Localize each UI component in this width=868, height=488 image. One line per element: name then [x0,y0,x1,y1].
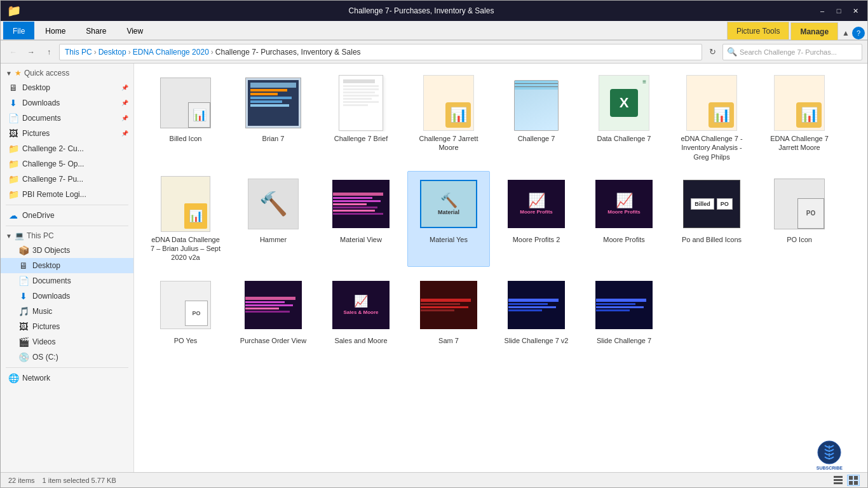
file-item-material-view[interactable]: Material View [320,171,402,267]
maximize-button[interactable]: □ [833,5,844,17]
file-item-hammer[interactable]: 🔨 Hammer [232,171,315,267]
tab-share[interactable]: Share [76,22,116,39]
search-bar[interactable]: 🔍 Search Challenge 7- Purchas... [722,44,862,60]
breadcrumb-edna[interactable]: EDNA Challenge 2020 [133,48,209,57]
file-item-sam7[interactable]: Sam 7 [407,272,490,349]
file-name-moore2: Moore Profits 2 [513,235,560,244]
file-name-material-yes: Material Yes [430,235,468,244]
tab-home[interactable]: Home [36,22,75,39]
sidebar-item-3d[interactable]: 📦 3D Objects [1,243,133,258]
sidebar-item-pictures-thispc[interactable]: 🖼 Pictures [1,319,133,334]
breadcrumb-thispc[interactable]: This PC [65,48,92,57]
sidebar-item-network[interactable]: 🌐 Network [1,370,133,386]
file-thumb-edna-data: 📊 [157,175,214,233]
subscribe-badge[interactable]: SUBSCRIBE [817,440,843,470]
pin-icon: 📌 [121,85,128,91]
back-button[interactable]: ← [6,44,21,60]
file-thumb-po-billed: Billed PO [683,175,740,233]
tab-manage[interactable]: Manage [790,22,838,40]
tab-view[interactable]: View [117,22,153,39]
sidebar-label-challenge7: Challenge 7- Pu... [22,175,83,184]
file-name-sam7: Sam 7 [438,336,459,345]
objects3d-icon: 📦 [18,245,29,255]
file-name-edna-jarrett: EDNA Challenge 7 Jarrett Moore [763,134,836,152]
breadcrumb[interactable]: This PC › Desktop › EDNA Challenge 2020 … [59,44,702,60]
close-button[interactable]: ✕ [850,5,861,17]
file-name-brian7: Brian 7 [262,134,285,143]
file-name-hammer: Hammer [260,235,287,244]
pin-icon3: 📌 [121,115,128,121]
tab-picture-tools[interactable]: Picture Tools [727,22,789,39]
sidebar-label-downloads: Downloads [22,98,60,107]
sidebar-item-onedrive[interactable]: ☁ OneDrive [1,208,133,223]
file-item-slide-v2[interactable]: Slide Challenge 7 v2 [495,272,578,349]
selected-info: 1 item selected 5.77 KB [43,477,116,484]
up-button[interactable]: ↑ [41,44,57,60]
sidebar-section-thispc[interactable]: ▼ 💻 This PC [1,229,133,243]
sidebar: ▼ ★ Quick access 🖥 Desktop 📌 ⬇ Downloads… [1,64,134,472]
folder-icon1: 📁 [8,144,18,154]
file-item-moore-profits2[interactable]: 📈 Moore Profits Moore Profits 2 [495,171,578,267]
pictures-icon: 🖼 [8,128,18,139]
sidebar-label-desktop2: Desktop [32,261,60,270]
sidebar-item-osc[interactable]: 💿 OS (C:) [1,349,133,365]
sidebar-item-downloads-thispc[interactable]: ⬇ Downloads [1,288,133,304]
sidebar-item-pbi[interactable]: 📁 PBI Remote Logi... [1,187,133,202]
file-item-edna-jarrett[interactable]: 📊 EDNA Challenge 7 Jarrett Moore [758,70,841,166]
file-item-brief[interactable]: Challenge 7 Brief [320,70,402,166]
file-item-sales[interactable]: 📈 Sales & Moore Sales and Moore [320,272,402,349]
breadcrumb-desktop[interactable]: Desktop [98,48,126,57]
file-name-jarrett: Challenge 7 Jarrett Moore [412,134,485,152]
sidebar-item-challenge5[interactable]: 📁 Challenge 5- Op... [1,156,133,172]
sidebar-separator2 [6,226,128,226]
sidebar-label-pictures: Pictures [22,129,50,138]
file-item-challenge7[interactable]: Challenge 7 [495,70,578,166]
file-item-po-view[interactable]: Purchase Order View [232,272,315,349]
file-item-data-challenge7[interactable]: X ≡ Data Challenge 7 [583,70,665,166]
file-name-po-icon: PO Icon [787,235,812,244]
file-item-slide[interactable]: Slide Challenge 7 [583,272,665,349]
sidebar-item-challenge2[interactable]: 📁 Challenge 2- Cu... [1,141,133,156]
file-item-po-billed[interactable]: Billed PO Po and Billed Icons [670,171,753,267]
file-item-edna-data[interactable]: 📊 eDNA Data Challenge 7 – Brian Julius –… [144,171,227,267]
svg-rect-3 [849,476,853,480]
sidebar-item-pictures[interactable]: 🖼 Pictures 📌 [1,126,133,141]
file-thumb-po-view [245,276,302,334]
file-item-po-icon[interactable]: PO PO Icon [758,171,841,267]
file-item-brian7[interactable]: Brian 7 [232,70,315,166]
file-thumb-billed: 📊 [157,74,214,132]
file-thumb-material-view [332,175,390,233]
tab-file[interactable]: File [3,22,34,39]
refresh-button[interactable]: ↻ [705,44,720,60]
sidebar-label-challenge5: Challenge 5- Op... [22,159,84,168]
sidebar-section-quick-access[interactable]: ▼ ★ Quick access [1,66,133,80]
ribbon: File Home Share View Picture Tools Manag… [1,21,867,41]
file-item-billed-icon[interactable]: 📊 Billed Icon [144,70,227,166]
sidebar-label-challenge2: Challenge 2- Cu... [22,144,84,153]
file-item-jarrett[interactable]: 📊 Challenge 7 Jarrett Moore [407,70,490,166]
view-large-icons-button[interactable] [847,475,860,486]
view-details-button[interactable] [832,475,844,486]
file-item-po-yes[interactable]: PO PO Yes [144,272,227,349]
file-item-moore-profits[interactable]: 📈 Moore Profits Moore Profits [583,171,665,267]
sidebar-item-documents-thispc[interactable]: 📄 Documents [1,273,133,288]
file-item-edna-inv[interactable]: 📊 eDNA Challenge 7 - Inventory Analysis … [670,70,753,166]
sidebar-item-videos[interactable]: 🎬 Videos [1,334,133,349]
sidebar-item-desktop-thispc[interactable]: 🖥 Desktop [1,258,133,273]
file-item-material-yes[interactable]: 🔨 Material Material Yes [407,171,490,267]
chevron-icon2: ▼ [6,233,12,240]
help-button[interactable]: ? [852,27,865,39]
svg-rect-1 [834,479,843,481]
sidebar-item-music[interactable]: 🎵 Music [1,304,133,319]
minimize-button[interactable]: – [817,5,828,17]
sidebar-item-desktop[interactable]: 🖥 Desktop 📌 [1,80,133,95]
file-name-edna-data: eDNA Data Challenge 7 – Brian Julius – S… [149,235,222,262]
ribbon-collapse-icon[interactable]: ▲ [842,29,850,37]
forward-button[interactable]: → [24,44,39,60]
sidebar-label-osc: OS (C:) [32,353,58,362]
sidebar-item-downloads[interactable]: ⬇ Downloads 📌 [1,95,133,111]
sidebar-label-music: Music [32,307,52,316]
svg-rect-5 [849,481,853,485]
sidebar-item-challenge7[interactable]: 📁 Challenge 7- Pu... [1,172,133,187]
sidebar-item-documents[interactable]: 📄 Documents 📌 [1,111,133,126]
